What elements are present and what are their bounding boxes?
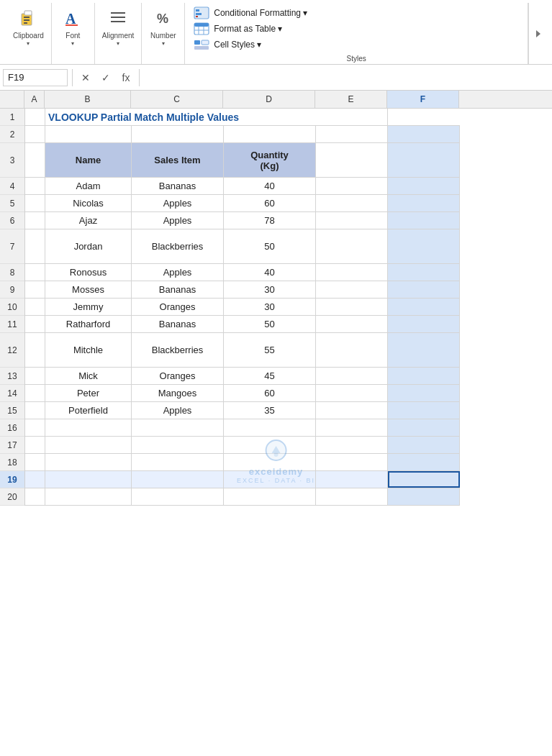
cell-b16[interactable] [45, 419, 132, 436]
cell-a2[interactable] [25, 126, 45, 142]
cell-a7[interactable] [25, 229, 45, 263]
cell-b8[interactable]: Ronosus [45, 264, 132, 281]
row-num-8[interactable]: 8 [0, 264, 24, 281]
cell-b3[interactable]: Name [45, 143, 132, 177]
cell-e16[interactable] [316, 419, 388, 436]
row-num-6[interactable]: 6 [0, 212, 24, 229]
row-num-15[interactable]: 15 [0, 402, 24, 419]
cell-a12[interactable] [25, 333, 45, 367]
cell-e19[interactable] [316, 471, 388, 488]
col-header-a[interactable]: A [24, 91, 45, 108]
cell-c8[interactable]: Apples [132, 264, 224, 281]
cell-f19[interactable] [388, 471, 460, 488]
cell-d8[interactable]: 40 [224, 264, 316, 281]
cell-e8[interactable] [316, 264, 388, 281]
cell-b17[interactable] [45, 437, 132, 453]
cell-d13[interactable]: 45 [224, 368, 316, 384]
cell-f5[interactable] [388, 195, 460, 211]
cell-d5[interactable]: 60 [224, 195, 316, 211]
formula-input[interactable] [144, 69, 549, 86]
cell-f9[interactable] [388, 281, 460, 298]
cell-d10[interactable]: 30 [224, 299, 316, 315]
cell-e13[interactable] [316, 368, 388, 384]
cell-a10[interactable] [25, 299, 45, 315]
cell-f12[interactable] [388, 333, 460, 367]
cell-f18[interactable] [388, 454, 460, 470]
cell-a19[interactable] [25, 471, 45, 488]
cell-b20[interactable] [45, 488, 132, 505]
row-num-11[interactable]: 11 [0, 316, 24, 333]
cell-b12[interactable]: Mitchle [45, 333, 132, 367]
cell-c14[interactable]: Mangoes [132, 385, 224, 401]
cell-a13[interactable] [25, 368, 45, 384]
cell-a11[interactable] [25, 316, 45, 332]
cell-c13[interactable]: Oranges [132, 368, 224, 384]
cell-styles-button[interactable]: Cell Styles ▾ [192, 37, 520, 52]
cell-f3[interactable] [388, 143, 460, 177]
cell-c10[interactable]: Oranges [132, 299, 224, 315]
cell-d2[interactable] [224, 126, 316, 142]
cell-e18[interactable] [316, 454, 388, 470]
cell-c9[interactable]: Bananas [132, 281, 224, 298]
cell-a8[interactable] [25, 264, 45, 281]
row-num-9[interactable]: 9 [0, 281, 24, 299]
cell-b15[interactable]: Poterfield [45, 402, 132, 419]
cell-f8[interactable] [388, 264, 460, 281]
cell-b2[interactable] [45, 126, 132, 142]
cell-a3[interactable] [25, 143, 45, 177]
formula-fx-button[interactable]: fx [117, 69, 135, 86]
row-num-19[interactable]: 19 [0, 471, 24, 488]
format-as-table-button[interactable]: Format as Table ▾ [192, 22, 520, 36]
cell-d12[interactable]: 55 [224, 333, 316, 367]
cell-c7[interactable]: Blackberries [132, 229, 224, 263]
row-num-7[interactable]: 7 [0, 229, 24, 264]
cell-e9[interactable] [316, 281, 388, 298]
cell-a15[interactable] [25, 402, 45, 419]
cell-d14[interactable]: 60 [224, 385, 316, 401]
cell-f4[interactable] [388, 178, 460, 194]
cell-b9[interactable]: Mosses [45, 281, 132, 298]
row-num-3[interactable]: 3 [0, 143, 24, 178]
cell-d11[interactable]: 50 [224, 316, 316, 332]
cell-d7[interactable]: 50 [224, 229, 316, 263]
formula-confirm-button[interactable]: ✓ [97, 69, 114, 86]
cell-b7[interactable]: Jordan [45, 229, 132, 263]
cell-c5[interactable]: Apples [132, 195, 224, 211]
cell-e15[interactable] [316, 402, 388, 419]
cell-a16[interactable] [25, 419, 45, 436]
cell-c12[interactable]: Blackberries [132, 333, 224, 367]
number-button[interactable]: % [150, 6, 177, 29]
font-button[interactable]: A [59, 6, 86, 29]
cell-f17[interactable] [388, 437, 460, 453]
cell-c19[interactable] [132, 471, 224, 488]
cell-b14[interactable]: Peter [45, 385, 132, 401]
ribbon-expand-button[interactable] [528, 3, 546, 64]
cell-f10[interactable] [388, 299, 460, 315]
cell-e2[interactable] [316, 126, 388, 142]
cell-reference-box[interactable]: F19 [3, 69, 68, 86]
cell-c4[interactable]: Bananas [132, 178, 224, 194]
cell-b1[interactable]: VLOOKUP Partial Match Multiple Values [45, 109, 388, 125]
cell-d6[interactable]: 78 [224, 212, 316, 229]
row-num-1[interactable]: 1 [0, 109, 24, 126]
cell-b19[interactable] [45, 471, 132, 488]
cell-c20[interactable] [132, 488, 224, 505]
cell-f20[interactable] [388, 488, 460, 505]
paste-button[interactable] [14, 6, 42, 29]
col-header-d[interactable]: D [223, 91, 315, 108]
cell-b10[interactable]: Jemmy [45, 299, 132, 315]
cell-e5[interactable] [316, 195, 388, 211]
row-num-5[interactable]: 5 [0, 195, 24, 212]
cell-e10[interactable] [316, 299, 388, 315]
cell-a14[interactable] [25, 385, 45, 401]
cell-c6[interactable]: Apples [132, 212, 224, 229]
cell-a5[interactable] [25, 195, 45, 211]
formula-cancel-button[interactable]: ✕ [77, 69, 94, 86]
cell-f2[interactable] [388, 126, 460, 142]
row-num-17[interactable]: 17 [0, 437, 24, 454]
cell-a4[interactable] [25, 178, 45, 194]
cell-b4[interactable]: Adam [45, 178, 132, 194]
cell-e11[interactable] [316, 316, 388, 332]
row-num-13[interactable]: 13 [0, 368, 24, 385]
row-num-20[interactable]: 20 [0, 488, 24, 506]
